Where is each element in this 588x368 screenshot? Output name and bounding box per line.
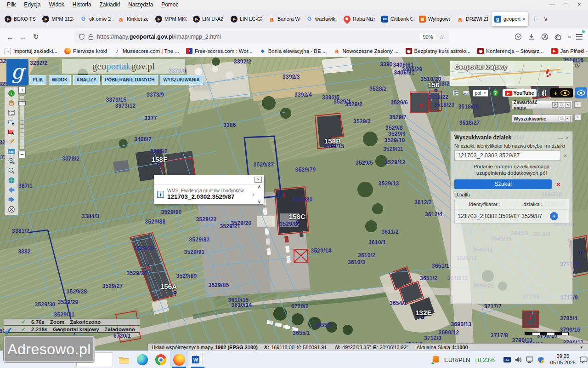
reload-icon[interactable]: ↻ [29, 31, 42, 43]
bookmark-pierwsze-kroki[interactable]: Pierwsze kroki [64, 48, 107, 54]
shield-icon[interactable] [79, 34, 85, 40]
currency-widget-icon[interactable] [431, 355, 440, 364]
minimize-icon[interactable]: — [558, 135, 563, 140]
clear-input-icon[interactable]: × [564, 152, 567, 159]
menu-narz-dzia[interactable]: Narzędzia [124, 1, 157, 8]
xyh-coordinates-icon[interactable]: XYH [5, 146, 18, 156]
clock[interactable]: 09:25 05.05.2025 [550, 353, 576, 366]
globe-icon[interactable] [5, 175, 18, 185]
tab-wac-awik[interactable]: Gwacławik [303, 12, 340, 26]
bookmarks-overflow-icon[interactable]: » [579, 47, 582, 54]
geoportal-logo[interactable]: g [6, 59, 28, 86]
tab-drzwi-ze[interactable]: aDRZWI ZE [454, 12, 491, 26]
cancel-search-icon[interactable]: × [556, 180, 560, 188]
pocket-icon[interactable] [514, 33, 522, 40]
geoportal-menu-analizy[interactable]: ANALIZY [73, 75, 99, 85]
column-header-parcel[interactable]: działka▴▾ [514, 201, 551, 207]
panel-map-content[interactable]: Zawartość mapy ? □ × [511, 101, 573, 109]
extensions-icon[interactable] [554, 33, 562, 40]
volume-icon[interactable] [515, 356, 522, 363]
tab-mpm-112[interactable]: ▶MPM 112- [40, 12, 76, 26]
network-icon[interactable] [526, 356, 533, 363]
overview-map[interactable]: Geoportal krajowy [450, 61, 573, 86]
tab-geoport[interactable]: ggeoport× [492, 12, 528, 26]
menu-plik[interactable]: Plik [3, 1, 20, 8]
zoom-in-icon[interactable] [5, 156, 18, 166]
close-icon[interactable]: × [565, 102, 571, 108]
sort-icon[interactable]: ▴▾ [499, 202, 500, 207]
next-view-icon[interactable] [5, 195, 18, 204]
expand-bar-icon[interactable]: ▾ [580, 345, 582, 350]
account-icon[interactable] [541, 33, 548, 40]
close-icon[interactable]: × [572, 0, 586, 9]
app-menu-icon[interactable] [576, 34, 582, 40]
url-bar[interactable]: https://mapy.geoportal.gov.pl/imap/Imgp_… [74, 30, 449, 43]
panel-visibility-button[interactable] [575, 87, 587, 98]
add-parcel-icon[interactable]: + [550, 212, 558, 220]
maximize-icon[interactable]: □ [559, 102, 564, 108]
print-map-icon[interactable] [463, 89, 469, 97]
file-explorer-icon[interactable] [115, 351, 133, 368]
back-icon[interactable]: ← [4, 31, 17, 43]
minimize-icon[interactable]: — [545, 0, 559, 9]
select-area-icon[interactable] [5, 117, 18, 127]
close-icon[interactable]: × [254, 177, 262, 183]
parcel-number-input[interactable] [454, 150, 561, 161]
geoportal-menu-pobieranie-danych[interactable]: POBIERANIE DANYCH [102, 75, 158, 85]
legend-icon[interactable] [5, 108, 18, 117]
maximize-icon[interactable]: □ [559, 0, 572, 9]
bookmark-importuj-zak-adki[interactable]: →Importuj zakładki... [5, 48, 57, 54]
tab-wylogowa[interactable]: ▨Wylogowa [416, 12, 453, 26]
list-tabs-button[interactable]: ∨ [540, 13, 551, 24]
tab-close-icon[interactable]: × [523, 16, 526, 22]
bookmark-bonia-elewacyjna-be[interactable]: ◆Bonia elewacyjna - BE ... [260, 48, 327, 54]
zoom-out-icon[interactable] [5, 166, 18, 175]
map-viewport[interactable]: g geoportal.gov.pl PLIKWIDOKANALIZYPOBIE… [0, 57, 588, 351]
security-shield-icon[interactable]: ! [537, 356, 544, 363]
zoom-slider-handle[interactable] [18, 101, 26, 105]
forward-icon[interactable]: → [17, 31, 29, 43]
identify-icon[interactable]: i [5, 88, 18, 98]
bookmark-bezp-atny-kurs-astrolo[interactable]: ◉Bezpłatny kurs astrolo... [406, 48, 471, 54]
search-button[interactable]: Szukaj [454, 179, 552, 189]
notifications-icon[interactable] [580, 356, 588, 363]
table-row[interactable]: 121703_2.0302.3529/87 3529/87 + [455, 209, 569, 223]
page-zoom-badge[interactable]: 90% [420, 34, 435, 40]
close-icon[interactable]: × [566, 135, 569, 140]
bookmark-free-scores-com-wor[interactable]: ♪Free-scores.com : Wor... [186, 48, 253, 54]
bookmark-star-icon[interactable]: ☆ [439, 33, 445, 40]
full-extent-icon[interactable] [5, 204, 18, 214]
maximize-icon[interactable]: □ [559, 116, 564, 121]
youtube-button[interactable]: ▶YouTube [503, 89, 537, 97]
tab-lin-lc-g3[interactable]: ▶LIN LC-G3 [228, 12, 265, 26]
overflow-icon[interactable]: » [568, 34, 570, 40]
tab-citibank-o[interactable]: citiCitibank O [379, 12, 415, 26]
chrome-icon[interactable] [152, 351, 170, 368]
contrast-eye-icon[interactable] [560, 90, 570, 96]
help-icon[interactable]: ? [552, 102, 558, 108]
menu-zak-adki[interactable]: Zakładki [95, 1, 124, 8]
tab-beko-tse1[interactable]: ▶BEKO TSE1 [2, 12, 39, 26]
panel-search[interactable]: Wyszukiwanie □ × [511, 115, 573, 123]
pan-hand-icon[interactable] [5, 98, 18, 108]
select-red-area-icon[interactable] [5, 127, 18, 137]
bookmark-nowoczesne-zas-ony[interactable]: aNowoczesne Zasłony ... [334, 48, 398, 54]
tab-lin-li-a23[interactable]: ▶LIN LI-A23 [190, 12, 227, 26]
panel-dock-button[interactable]: ‹ [574, 114, 581, 121]
menu-historia[interactable]: Historia [68, 1, 96, 8]
tab-raba-ni-n[interactable]: Raba Niżn [341, 12, 378, 26]
zoom-slider-plus[interactable]: + [18, 86, 26, 94]
accessibility-icon[interactable] [541, 89, 547, 97]
lock-icon[interactable] [88, 34, 94, 40]
downloads-icon[interactable] [528, 33, 535, 40]
bookmark-konferencja-stowarz[interactable]: ◉Konferencja – Stowarz... [477, 48, 543, 54]
close-icon[interactable]: × [565, 116, 571, 121]
expand-arrow-icon[interactable]: › [252, 190, 254, 198]
geoportal-menu-wyszukiwania[interactable]: WYSZUKIWANIA [160, 75, 203, 85]
contrast-plus-icon[interactable]: + [554, 90, 557, 97]
sort-icon[interactable]: ▴▾ [541, 202, 543, 207]
scroll-down-icon[interactable]: ∨ [258, 199, 261, 204]
menu-edycja[interactable]: Edycja [20, 1, 45, 8]
tab-bariera-wo[interactable]: aBariera Wo [266, 12, 302, 26]
language-select[interactable]: pol∨ [473, 90, 488, 97]
